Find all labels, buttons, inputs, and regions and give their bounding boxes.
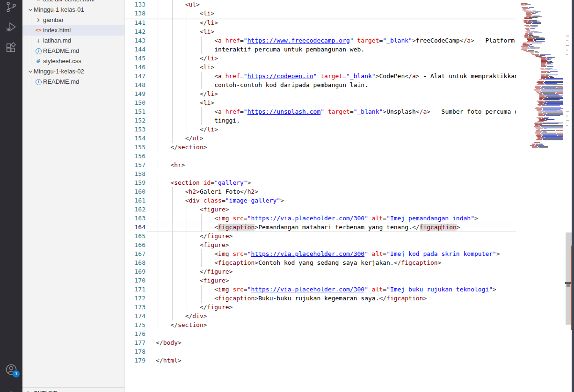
- code-line-151[interactable]: 151 <a href="https://unsplash.com" targe…: [125, 107, 516, 116]
- code-editor[interactable]: 141 </li>142 <li>143 <a href="https://ww…: [125, 0, 516, 392]
- outline-section-header[interactable]: OUTLINE: [22, 387, 124, 392]
- code-line-150[interactable]: 150 <li>: [125, 98, 516, 107]
- run-and-debug-icon[interactable]: [5, 21, 18, 34]
- line-number[interactable]: 171: [125, 285, 145, 294]
- line-number[interactable]: 169: [125, 267, 145, 276]
- line-number[interactable]: 159: [125, 178, 145, 187]
- line-number[interactable]: 163: [125, 214, 145, 223]
- code-line-159[interactable]: 159 <section id="gallery">: [125, 178, 516, 187]
- line-number[interactable]: 151: [125, 107, 145, 116]
- tree-item-index-html[interactable]: <>index.html: [22, 25, 124, 36]
- code-line-138[interactable]: 138 <li>: [125, 9, 516, 18]
- code-line-175[interactable]: 175 </section>: [125, 320, 516, 329]
- line-number[interactable]: 147: [125, 72, 145, 80]
- code-line-166[interactable]: 166 <figure>: [125, 240, 516, 249]
- code-line-155[interactable]: 155 </section>: [125, 143, 516, 152]
- code-line-167[interactable]: 167 <img src="https://via.placeholder.co…: [125, 249, 516, 258]
- line-number[interactable]: 165: [125, 232, 145, 240]
- code-line-179[interactable]: 179</html>: [125, 356, 516, 365]
- code-line-133[interactable]: 133 <ul>: [125, 0, 516, 9]
- settings-gear-icon[interactable]: [5, 388, 18, 392]
- code-line-178[interactable]: 178: [125, 347, 516, 356]
- code-line-149[interactable]: 149 </li>: [125, 89, 516, 98]
- code-line-148[interactable]: 148 contoh-contoh kod daripada pembangun…: [125, 80, 516, 89]
- chevron-down-icon[interactable]: [27, 68, 34, 75]
- line-number[interactable]: 166: [125, 240, 145, 249]
- code-line-165[interactable]: 165 </figure>: [125, 232, 516, 240]
- line-number[interactable]: 161: [125, 196, 145, 205]
- code-line-177[interactable]: 177</body>: [125, 338, 516, 347]
- tree-item-readme-md[interactable]: iREADME.md: [22, 46, 124, 56]
- line-number[interactable]: 146: [125, 63, 145, 72]
- chevron-right-icon[interactable]: [25, 390, 32, 392]
- code-line-158[interactable]: 158: [125, 169, 516, 178]
- line-number[interactable]: 144: [125, 45, 145, 54]
- line-number[interactable]: 158: [125, 169, 145, 178]
- line-number[interactable]: 175: [125, 320, 145, 329]
- account-icon[interactable]: 1: [5, 363, 18, 376]
- code-line-154[interactable]: 154 </ul>: [125, 134, 516, 143]
- line-number[interactable]: 141: [125, 18, 145, 27]
- line-number[interactable]: 155: [125, 143, 145, 152]
- line-number[interactable]: 164: [125, 223, 145, 232]
- code-line-144[interactable]: 144 interaktif percuma untuk pembangunan…: [125, 45, 516, 54]
- tree-item-minggu-1-kelas-02[interactable]: Minggu-1-kelas-02: [22, 66, 124, 77]
- line-number[interactable]: 167: [125, 249, 145, 258]
- code-line-143[interactable]: 143 <a href="https://www.freecodecamp.or…: [125, 36, 516, 45]
- line-number[interactable]: 153: [125, 125, 145, 134]
- line-number[interactable]: 172: [125, 294, 145, 303]
- tree-item-readme-md[interactable]: iREADME.md: [22, 77, 124, 87]
- line-number[interactable]: 179: [125, 356, 145, 365]
- source-control-icon[interactable]: [5, 0, 18, 14]
- line-number[interactable]: 168: [125, 258, 145, 267]
- tree-item-gambar[interactable]: gambar: [22, 15, 124, 25]
- line-number[interactable]: 156: [125, 152, 145, 160]
- code-line-157[interactable]: 157 <hr>: [125, 160, 516, 169]
- sticky-scroll[interactable]: 133 <ul>138 <li>: [125, 0, 516, 18]
- line-number[interactable]: 178: [125, 347, 145, 356]
- line-number[interactable]: 173: [125, 303, 145, 312]
- code-line-163[interactable]: 163 <img src="https://via.placeholder.co…: [125, 214, 516, 223]
- line-number[interactable]: 149: [125, 89, 145, 98]
- line-number[interactable]: 143: [125, 36, 145, 45]
- line-number[interactable]: 145: [125, 54, 145, 63]
- tree-item-latihan-md[interactable]: ↓latihan.md: [22, 36, 124, 46]
- chevron-down-icon[interactable]: [27, 7, 34, 13]
- line-number[interactable]: 152: [125, 116, 145, 125]
- tree-item-minggu-1-kelas-01[interactable]: Minggu-1-kelas-01: [22, 5, 124, 15]
- line-number[interactable]: 160: [125, 187, 145, 196]
- code-line-172[interactable]: 172 <figcaption>Buku-buku rujukan kegema…: [125, 294, 516, 303]
- code-line-174[interactable]: 174 </div>: [125, 312, 516, 320]
- code-line-176[interactable]: 176: [125, 329, 516, 338]
- code-line-146[interactable]: 146 <li>: [125, 63, 516, 72]
- code-line-164[interactable]: 164 <figcaption>Pemandangan matahari ter…: [125, 223, 516, 232]
- code-line-168[interactable]: 168 <figcaption>Contoh kod yang sedang s…: [125, 258, 516, 267]
- code-line-169[interactable]: 169 </figure>: [125, 267, 516, 276]
- code-line-160[interactable]: 160 <h2>Galeri Foto</h2>: [125, 187, 516, 196]
- line-number[interactable]: 142: [125, 27, 145, 36]
- code-line-141[interactable]: 141 </li>: [125, 18, 516, 27]
- line-number[interactable]: 174: [125, 312, 145, 320]
- code-line-171[interactable]: 171 <img src="https://via.placeholder.co…: [125, 285, 516, 294]
- tree-item-stylesheet-css[interactable]: #stylesheet.css: [22, 56, 124, 66]
- code-line-152[interactable]: 152 tinggi.: [125, 116, 516, 125]
- code-line-156[interactable]: 156: [125, 152, 516, 160]
- line-number[interactable]: 177: [125, 338, 145, 347]
- code-line-173[interactable]: 173 </figure>: [125, 303, 516, 312]
- minimap[interactable]: [516, 0, 566, 392]
- line-number[interactable]: 148: [125, 80, 145, 89]
- code-line-153[interactable]: 153 </li>: [125, 125, 516, 134]
- chevron-right-icon[interactable]: [35, 17, 42, 23]
- code-line-147[interactable]: 147 <a href="https://codepen.io" target=…: [125, 72, 516, 80]
- line-number[interactable]: 162: [125, 205, 145, 214]
- code-line-142[interactable]: 142 <li>: [125, 27, 516, 36]
- code-line-161[interactable]: 161 <div class="image-gallery">: [125, 196, 516, 205]
- code-line-145[interactable]: 145 </li>: [125, 54, 516, 63]
- line-number[interactable]: 150: [125, 98, 145, 107]
- line-number[interactable]: 157: [125, 160, 145, 169]
- code-line-170[interactable]: 170 <figure>: [125, 276, 516, 285]
- line-number[interactable]: 154: [125, 134, 145, 143]
- tree-item-test-div-center-html[interactable]: <>test-div-center.html: [22, 0, 124, 5]
- line-number[interactable]: 176: [125, 329, 145, 338]
- line-number[interactable]: 133: [125, 0, 145, 9]
